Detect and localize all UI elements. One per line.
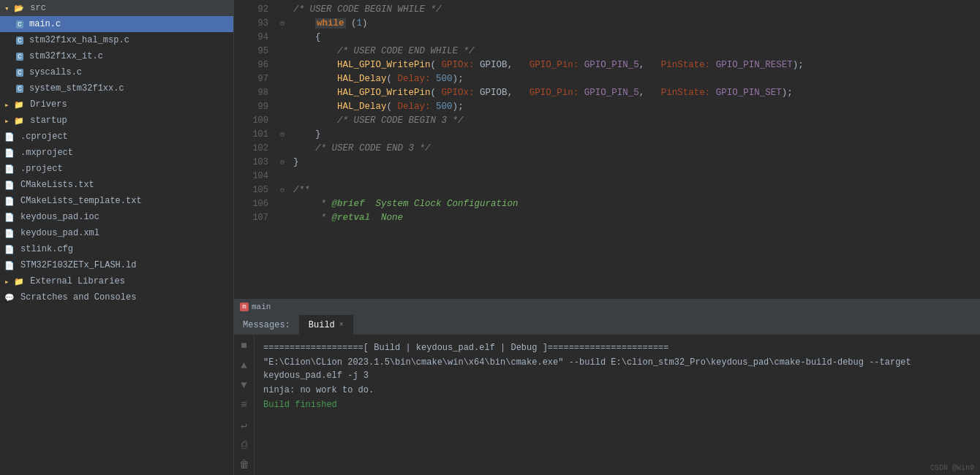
code-text-102: /* USER CODE END 3 */ [293,142,431,156]
breadcrumb-text: main [252,303,271,311]
folder-open-icon: ▾ 📂 [4,4,24,13]
sidebar-item-main-c[interactable]: cmain.c [0,16,233,32]
file-cfg-icon: 📄 [4,148,15,158]
line-number-105: 105 [240,183,268,197]
code-line-96: HAL_GPIO_WritePin( GPIOx: GPIOB, GPIO_Pi… [274,58,980,72]
bottom-content: ■ ▲ ▼ ≡ ↵ ⎙ 🗑 ===================[ Build… [234,335,980,475]
line-number-97: 97 [240,72,268,86]
file-c-icon: c [16,20,23,28]
sidebar-label-stm32f1xx-it: stm32f1xx_it.c [29,51,103,61]
sidebar-item-system-stm32[interactable]: csystem_stm32f1xx.c [0,80,233,96]
code-text-96: HAL_GPIO_WritePin( GPIOx: GPIOB, GPIO_Pi… [293,58,804,72]
sidebar-item-drivers-folder[interactable]: ▸ 📁Drivers [0,96,233,113]
fold-gutter-93[interactable]: ⊖ [280,17,293,31]
fold-gutter-105[interactable]: ⊖ [280,183,293,197]
fold-gutter-101[interactable]: ⊖ [280,128,293,142]
sidebar-item-stm32f1xx-hal-msp[interactable]: cstm32f1xx_hal_msp.c [0,32,233,48]
sidebar-item-mxproject[interactable]: 📄.mxproject [0,145,233,161]
line-number-102: 102 [240,142,268,156]
sidebar-item-cmakelists-template[interactable]: 📄CMakeLists_template.txt [0,193,233,209]
sidebar-label-project: .project [20,164,63,174]
sidebar-item-external-libs[interactable]: ▸ 📁External Libraries [0,273,233,289]
editor-area: 9293949596979899100101102103104105106107… [234,0,980,475]
sidebar-label-main-c: main.c [29,19,61,29]
line-number-99: 99 [240,100,268,114]
file-c-icon: c [16,68,23,77]
code-line-99: HAL_Delay( Delay: 500); [274,100,980,114]
file-c-icon: c [16,52,23,61]
sidebar-item-project[interactable]: 📄.project [0,161,233,177]
sidebar-label-system-stm32: system_stm32f1xx.c [29,83,124,94]
line-number-92: 92 [240,3,268,17]
sidebar-label-keydous-ioc: keydous_pad.ioc [20,212,99,222]
code-line-107: * @retval None [274,211,980,225]
editor-breadcrumb: m main [234,298,980,314]
sidebar-label-mxproject: .mxproject [20,148,73,158]
sidebar-item-stm32-flash-ld[interactable]: 📄STM32F103ZETx_FLASH.ld [0,257,233,273]
build-tab-close[interactable]: × [339,321,344,329]
code-line-106: * @brief System Clock Configuration [274,197,980,211]
code-line-102: /* USER CODE END 3 */ [274,142,980,156]
code-text-98: HAL_GPIO_WritePin( GPIOx: GPIOB, GPIO_Pi… [293,86,793,100]
code-line-101: ⊖ } [274,128,980,142]
terminal-line-4: Build finished [263,398,971,411]
line-numbers: 9293949596979899100101102103104105106107 [234,0,274,298]
sidebar-label-scratches: Scratches and Consoles [20,292,136,303]
sidebar-label-stlink-cfg: stlink.cfg [20,244,73,254]
line-number-98: 98 [240,86,268,100]
code-text-94: { [293,31,321,45]
code-text-97: HAL_Delay( Delay: 500); [293,72,464,86]
bottom-sidebar: ■ ▲ ▼ ≡ ↵ ⎙ 🗑 [234,335,255,475]
line-number-107: 107 [240,211,268,225]
line-number-100: 100 [240,114,268,128]
sidebar-label-cmakelists-template: CMakeLists_template.txt [20,196,142,206]
sidebar-item-scratches[interactable]: 💬Scratches and Consoles [0,289,233,305]
stop-btn[interactable]: ■ [237,338,252,352]
file-xml-icon: 📄 [4,229,15,238]
code-line-97: HAL_Delay( Delay: 500); [274,72,980,86]
code-text-93: while (1) [293,17,368,31]
print-btn[interactable]: ⎙ [237,438,252,452]
terminal-line-2: ninja: no work to do. [263,384,971,397]
sidebar-item-keydous-ioc[interactable]: 📄keydous_pad.ioc [0,209,233,225]
line-number-101: 101 [240,128,268,142]
trash-btn[interactable]: 🗑 [237,458,252,472]
fold-gutter-103[interactable]: ⊖ [280,156,293,170]
sidebar-label-cmakelists: CMakeLists.txt [20,180,94,190]
sidebar-label-startup-folder: startup [30,115,67,126]
code-line-103: ⊖} [274,156,980,170]
code-line-92: /* USER CODE BEGIN WHILE */ [274,3,980,17]
wrap-btn[interactable]: ↵ [237,418,252,432]
up-btn[interactable]: ▲ [237,358,252,372]
code-line-100: /* USER CODE BEGIN 3 */ [274,114,980,128]
sidebar-item-syscalls[interactable]: csyscalls.c [0,64,233,80]
terminal-content: ===================[ Build | keydous_pad… [255,335,980,475]
sidebar-item-cmakelists[interactable]: 📄CMakeLists.txt [0,177,233,193]
code-line-105: ⊖/** [274,183,980,197]
bottom-panel: Messages: Build × ■ ▲ ▼ ≡ ↵ ⎙ 🗑 [234,314,980,475]
sidebar-item-stlink-cfg[interactable]: 📄stlink.cfg [0,241,233,257]
file-cfg-icon: 📄 [4,132,15,142]
folder-icon: ▸ 📁 [4,116,24,126]
folder-icon: ▸ 📁 [4,100,24,110]
build-tab[interactable]: Build × [300,315,353,335]
code-text-92: /* USER CODE BEGIN WHILE */ [293,3,442,17]
sidebar-item-src-folder[interactable]: ▾ 📂src [0,0,233,16]
terminal-line-1: "E:\Clion\CLion 2023.1.5\bin\cmake\win\x… [263,356,971,382]
filter-btn[interactable]: ≡ [237,398,252,412]
sidebar-label-external-libs: External Libraries [30,276,125,286]
build-label: Build [309,320,335,330]
sidebar-item-startup-folder[interactable]: ▸ 📁startup [0,113,233,129]
sidebar-item-cproject[interactable]: 📄.cproject [0,129,233,145]
sidebar-item-keydous-xml[interactable]: 📄keydous_pad.xml [0,225,233,241]
line-number-96: 96 [240,58,268,72]
line-number-103: 103 [240,156,268,170]
file-ioc-icon: 📄 [4,213,15,222]
code-content[interactable]: /* USER CODE BEGIN WHILE */⊖ while (1) {… [274,0,980,298]
sidebar-label-keydous-xml: keydous_pad.xml [20,228,99,238]
sidebar-item-stm32f1xx-it[interactable]: cstm32f1xx_it.c [0,48,233,64]
code-text-95: /* USER CODE END WHILE */ [293,45,475,58]
line-number-95: 95 [240,45,268,58]
down-btn[interactable]: ▼ [237,379,252,392]
file-cmake-icon: 📄 [4,197,15,206]
